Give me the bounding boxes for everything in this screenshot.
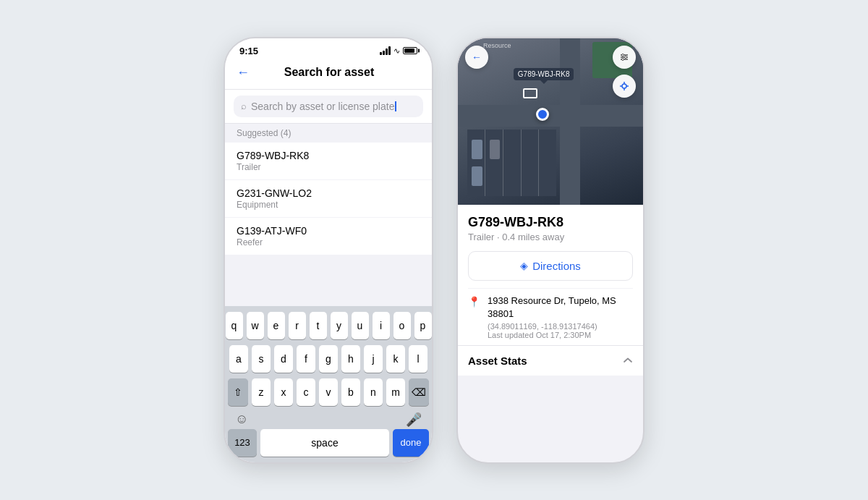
asset-map-pin xyxy=(536,108,549,121)
asset-stats-label: Asset Stats xyxy=(468,355,527,367)
search-bar: ⌕ Search by asset or license plate xyxy=(225,90,432,124)
parking-line xyxy=(538,130,539,196)
kb-accessory-row: ☺ 🎤 xyxy=(228,412,429,428)
key-m[interactable]: m xyxy=(386,378,405,406)
key-x[interactable]: x xyxy=(274,378,293,406)
parking-area xyxy=(467,130,556,196)
address-line1: 1938 Resource Dr, Tupelo, MS 38801 xyxy=(488,295,633,321)
page-title-left: Search for asset xyxy=(255,66,403,79)
list-item[interactable]: G789-WBJ-RK8 Trailer xyxy=(225,143,432,180)
key-d[interactable]: d xyxy=(274,345,293,373)
chevron-up-icon xyxy=(623,355,633,366)
key-n[interactable]: n xyxy=(364,378,383,406)
key-z[interactable]: z xyxy=(252,378,271,406)
right-phone: G789-WBJ-RK8 Resource ← xyxy=(456,37,644,464)
asset-id-1: G789-WBJ-RK8 xyxy=(237,150,420,161)
search-input-container[interactable]: ⌕ Search by asset or license plate xyxy=(234,96,423,117)
asset-id-3: G139-ATJ-WF0 xyxy=(237,225,420,237)
emoji-button[interactable]: ☺ xyxy=(235,412,248,428)
car xyxy=(490,140,501,160)
key-j[interactable]: j xyxy=(364,345,383,373)
left-header: ← Search for asset xyxy=(225,59,432,90)
road-vertical xyxy=(560,38,580,205)
map-asset-label: G789-WBJ-RK8 xyxy=(514,68,574,80)
key-k[interactable]: k xyxy=(386,345,405,373)
key-a[interactable]: a xyxy=(229,345,248,373)
car xyxy=(472,166,482,187)
key-delete[interactable]: ⌫ xyxy=(409,378,429,406)
key-w[interactable]: w xyxy=(247,312,264,339)
asset-type-1: Trailer xyxy=(237,162,420,172)
directions-nav-icon: ◈ xyxy=(520,260,528,271)
filter-icon xyxy=(619,52,629,62)
map-back-button[interactable]: ← xyxy=(465,46,488,69)
key-f[interactable]: f xyxy=(297,345,315,373)
key-num[interactable]: 123 xyxy=(228,429,257,457)
back-button-left[interactable]: ← xyxy=(237,65,250,80)
map-locate-button[interactable] xyxy=(613,75,636,98)
key-b[interactable]: b xyxy=(341,378,360,406)
svg-point-5 xyxy=(622,58,624,60)
key-g[interactable]: g xyxy=(319,345,338,373)
asset-title: G789-WBJ-RK8 xyxy=(468,215,633,230)
kb-row-1: q w e r t y u i o p xyxy=(228,312,429,339)
key-o[interactable]: o xyxy=(393,312,411,339)
key-c[interactable]: c xyxy=(297,378,315,406)
key-done[interactable]: done xyxy=(393,429,429,457)
resource-label: Resource xyxy=(483,42,511,49)
text-cursor xyxy=(395,101,396,111)
kb-bottom-row: 123 space done xyxy=(228,429,429,457)
search-icon: ⌕ xyxy=(241,101,247,111)
locate-icon xyxy=(619,81,629,91)
key-i[interactable]: i xyxy=(373,312,390,339)
asset-stats-row[interactable]: Asset Stats xyxy=(458,345,643,376)
parking-line xyxy=(503,130,503,196)
key-s[interactable]: s xyxy=(252,345,271,373)
key-y[interactable]: y xyxy=(331,312,348,339)
kb-row-3: ⇧ z x c v b n m ⌫ xyxy=(228,378,429,406)
svg-point-4 xyxy=(625,56,627,58)
key-h[interactable]: h xyxy=(341,345,360,373)
directions-button-label: Directions xyxy=(532,260,581,272)
address-row: 📍 1938 Resource Dr, Tupelo, MS 38801 (34… xyxy=(468,288,633,345)
key-space[interactable]: space xyxy=(260,429,389,457)
address-coordinates: (34.89011169, -118.91317464) xyxy=(488,322,633,331)
mic-button[interactable]: 🎤 xyxy=(406,412,422,428)
search-placeholder: Search by asset or license plate xyxy=(251,101,394,112)
asset-type: Trailer xyxy=(468,232,494,242)
key-t[interactable]: t xyxy=(310,312,327,339)
suggestion-list: G789-WBJ-RK8 Trailer G231-GNW-LO2 Equipm… xyxy=(225,143,432,255)
asset-square-indicator xyxy=(523,88,537,98)
svg-point-3 xyxy=(622,54,624,56)
road-horizontal xyxy=(458,105,643,127)
key-v[interactable]: v xyxy=(319,378,338,406)
key-q[interactable]: q xyxy=(226,312,243,339)
directions-button[interactable]: ◈ Directions xyxy=(468,251,633,281)
status-bar-left: 9:15 ∿ xyxy=(225,38,432,59)
battery-icon xyxy=(403,47,417,54)
map-view[interactable]: G789-WBJ-RK8 Resource ← xyxy=(458,38,643,205)
asset-subtitle: Trailer · 0.4 miles away xyxy=(468,232,633,242)
key-p[interactable]: p xyxy=(414,312,432,339)
key-e[interactable]: e xyxy=(268,312,285,339)
svg-point-6 xyxy=(622,84,626,88)
parking-line xyxy=(521,130,522,196)
location-pin-icon: 📍 xyxy=(468,296,480,339)
asset-distance: 0.4 miles away xyxy=(502,232,564,242)
key-l[interactable]: l xyxy=(409,345,427,373)
key-u[interactable]: u xyxy=(352,312,369,339)
signal-icon xyxy=(380,46,391,55)
address-block: 1938 Resource Dr, Tupelo, MS 38801 (34.8… xyxy=(488,295,633,339)
list-item[interactable]: G139-ATJ-WF0 Reefer xyxy=(225,218,432,255)
search-input[interactable]: Search by asset or license plate xyxy=(251,101,416,112)
suggested-header: Suggested (4) xyxy=(225,124,432,143)
map-filter-button[interactable] xyxy=(613,46,636,69)
keyboard: q w e r t y u i o p a s d f g h j k l ⇧ … xyxy=(225,306,432,462)
list-item[interactable]: G231-GNW-LO2 Equipment xyxy=(225,180,432,218)
asset-type-3: Reefer xyxy=(237,237,420,247)
key-shift[interactable]: ⇧ xyxy=(228,378,248,406)
car xyxy=(472,140,482,160)
parking-line xyxy=(485,130,485,196)
asset-type-2: Equipment xyxy=(237,200,420,210)
key-r[interactable]: r xyxy=(289,312,306,339)
